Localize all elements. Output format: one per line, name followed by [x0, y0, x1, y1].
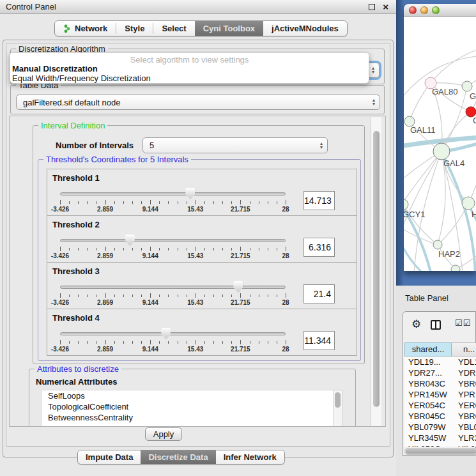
slider-track[interactable]: [60, 239, 286, 242]
network-node[interactable]: [462, 197, 475, 210]
cyni-mode-tabbar: Impute Data Discretize Data Infer Networ…: [77, 450, 285, 464]
list-scrollbar[interactable]: [333, 390, 342, 427]
table-cell[interactable]: YPR1: [452, 389, 476, 400]
network-node[interactable]: [433, 143, 450, 160]
close-icon[interactable]: ×: [383, 0, 388, 14]
slider-thumb[interactable]: [125, 234, 135, 246]
number-of-intervals-combobox[interactable]: 5 ▴▾: [142, 137, 328, 153]
table-row[interactable]: YBR045CYBR0: [404, 411, 476, 422]
table-cell[interactable]: YLR345W: [404, 433, 452, 443]
column-header-shared[interactable]: shared...: [404, 342, 452, 357]
list-item[interactable]: BetweennessCentrality: [42, 412, 342, 423]
threshold-slider[interactable]: -3.4262.8599.14415.4321.71528: [60, 187, 286, 213]
list-item[interactable]: TopologicalCoefficient: [42, 401, 342, 412]
settings-scrollpane: Interval Definition Number of Intervals …: [9, 116, 386, 427]
table-cell[interactable]: YIL0: [452, 443, 475, 447]
table-cell[interactable]: YIL052C: [404, 443, 452, 447]
tab-network[interactable]: Network: [55, 21, 116, 36]
network-node[interactable]: [404, 199, 408, 210]
column-header-name[interactable]: n...: [452, 342, 476, 357]
table-cell[interactable]: YER0: [452, 400, 476, 411]
scrollbar-thumb[interactable]: [406, 449, 476, 454]
slider-thumb[interactable]: [185, 188, 195, 199]
table-cell[interactable]: YDL1: [452, 357, 476, 367]
zoom-traffic-light-icon[interactable]: [432, 6, 440, 14]
table-row[interactable]: YIL052CYIL0: [404, 443, 476, 447]
slider-tick: [132, 295, 133, 297]
table-data-group: Table Data galFiltered.sif default node …: [10, 85, 385, 114]
table-cell[interactable]: YDR27...: [404, 367, 452, 378]
threshold-value-field[interactable]: 6.316: [303, 238, 335, 257]
slider-track[interactable]: [60, 286, 286, 289]
table-panel-body: ⚙ ☑☑ shared... n... YDL19...YDL1YDR27...…: [402, 311, 476, 456]
slider-thumb[interactable]: [161, 328, 171, 339]
combo-arrows-icon: ▴▾: [372, 98, 375, 106]
tab-impute-data[interactable]: Impute Data: [78, 450, 141, 464]
scrollbar-thumb[interactable]: [373, 131, 380, 407]
slider-tick: [87, 295, 88, 297]
tab-style[interactable]: Style: [116, 21, 153, 36]
split-columns-icon[interactable]: [431, 320, 441, 330]
tab-discretize-data[interactable]: Discretize Data: [141, 450, 215, 464]
table-cell[interactable]: YPR145W: [404, 389, 452, 400]
table-cell[interactable]: YDL19...: [404, 357, 452, 367]
number-of-intervals-value: 5: [150, 141, 154, 150]
network-node[interactable]: [462, 81, 472, 91]
table-row[interactable]: YER054CYER0: [404, 400, 476, 411]
table-horizontal-scrollbar[interactable]: [404, 448, 476, 455]
slider-tick-label: 15.43: [187, 346, 203, 353]
slider-tick: [132, 341, 133, 344]
table-row[interactable]: YBL079WYBL0: [404, 422, 476, 433]
slider-track[interactable]: [60, 192, 286, 196]
slider-track[interactable]: [60, 332, 286, 335]
settings-scrollbar[interactable]: [371, 117, 381, 427]
tab-cyni-toolbox[interactable]: Cyni Toolbox: [195, 21, 263, 36]
tab-jactivemnodules[interactable]: jActiveMNodules: [263, 21, 347, 36]
minimize-traffic-light-icon[interactable]: [420, 6, 428, 14]
table-row[interactable]: YDR27...YDR2: [404, 367, 476, 378]
table-cell[interactable]: YBR0: [452, 378, 476, 389]
close-traffic-light-icon[interactable]: [409, 6, 417, 14]
network-node[interactable]: [433, 240, 442, 249]
table-row[interactable]: YBR043CYBR0: [404, 378, 476, 389]
threshold-slider[interactable]: -3.4262.8599.14415.4321.71528: [60, 280, 286, 306]
table-cell[interactable]: YBR0: [452, 411, 476, 422]
slider-tick: [196, 293, 196, 298]
gear-icon[interactable]: ⚙: [411, 318, 421, 331]
table-row[interactable]: YLR345WYLR3: [404, 433, 476, 443]
slider-thumb[interactable]: [233, 281, 243, 293]
menu-item-manual-discretization[interactable]: Manual Discretization: [12, 64, 98, 73]
table-cell[interactable]: YER054C: [404, 400, 452, 411]
table-cell[interactable]: YBR045C: [404, 411, 452, 422]
tab-select[interactable]: Select: [153, 21, 194, 36]
table-data-combobox[interactable]: galFiltered.sif default node ▴▾: [16, 95, 380, 110]
select-columns-icon[interactable]: ☑☑: [455, 318, 471, 328]
numerical-attributes-list[interactable]: SelfLoops TopologicalCoefficient Between…: [41, 390, 342, 427]
table-row[interactable]: YPR145WYPR1: [404, 389, 476, 400]
table-cell[interactable]: YBL079W: [404, 422, 452, 433]
threshold-value-field[interactable]: 11.344: [303, 331, 335, 350]
table-cell[interactable]: YDR2: [452, 367, 476, 378]
thresholds-coordinates-label: Threshold's Coordinates for 5 Intervals: [43, 155, 191, 164]
threshold-label: Threshold 3: [52, 266, 100, 276]
menu-item-equal-width-frequency[interactable]: Equal Width/Frequency Discretization: [12, 73, 151, 83]
table-row[interactable]: YDL19...YDL1: [404, 357, 476, 367]
network-node[interactable]: [451, 265, 460, 271]
scrollbar-thumb[interactable]: [335, 392, 341, 408]
table-cell[interactable]: YBR043C: [404, 378, 452, 389]
threshold-slider[interactable]: -3.4262.8599.14415.4321.71528: [60, 327, 286, 353]
threshold-slider[interactable]: -3.4262.8599.14415.4321.71528: [60, 234, 286, 259]
network-canvas[interactable]: GAL80GACGAL11GAL4GCY1HHAP2: [404, 17, 476, 271]
threshold-value-field[interactable]: 21.4: [303, 284, 335, 303]
list-item[interactable]: SelfLoops: [42, 390, 342, 401]
table-body: YDL19...YDL1YDR27...YDR2YBR043CYBR0YPR14…: [404, 357, 476, 447]
slider-tick: [259, 295, 259, 297]
apply-button[interactable]: Apply: [145, 427, 182, 441]
slider-tick-label: 21.715: [231, 206, 250, 213]
threshold-value-field[interactable]: 14.713: [303, 191, 335, 210]
slider-tick: [105, 247, 106, 251]
table-cell[interactable]: YBL0: [452, 422, 476, 433]
float-window-icon[interactable]: [369, 4, 375, 10]
table-cell[interactable]: YLR3: [452, 433, 476, 443]
tab-infer-network[interactable]: Infer Network: [216, 450, 284, 464]
